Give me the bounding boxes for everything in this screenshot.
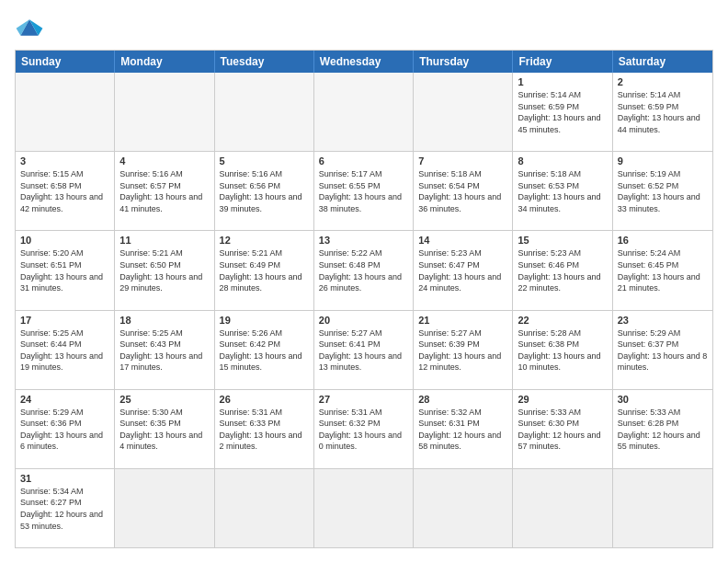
sun-info: Sunrise: 5:31 AM Sunset: 6:32 PM Dayligh… xyxy=(319,407,408,453)
calendar-cell: 16Sunrise: 5:24 AM Sunset: 6:45 PM Dayli… xyxy=(613,231,712,309)
calendar-header-friday: Friday xyxy=(513,51,612,73)
day-number: 23 xyxy=(618,315,708,326)
calendar-cell: 18Sunrise: 5:25 AM Sunset: 6:43 PM Dayli… xyxy=(115,311,214,389)
calendar-cell: 24Sunrise: 5:29 AM Sunset: 6:36 PM Dayli… xyxy=(16,390,115,468)
day-number: 18 xyxy=(119,315,209,326)
sun-info: Sunrise: 5:19 AM Sunset: 6:52 PM Dayligh… xyxy=(618,168,708,214)
sun-info: Sunrise: 5:14 AM Sunset: 6:59 PM Dayligh… xyxy=(518,89,607,135)
day-number: 6 xyxy=(319,155,408,167)
calendar-cell: 15Sunrise: 5:23 AM Sunset: 6:46 PM Dayli… xyxy=(513,231,612,309)
calendar: SundayMondayTuesdayWednesdayThursdayFrid… xyxy=(15,50,713,548)
day-number: 17 xyxy=(20,315,109,326)
day-number: 27 xyxy=(319,394,408,405)
header xyxy=(15,15,713,40)
calendar-body: 1Sunrise: 5:14 AM Sunset: 6:59 PM Daylig… xyxy=(16,73,712,547)
calendar-cell: 20Sunrise: 5:27 AM Sunset: 6:41 PM Dayli… xyxy=(314,311,414,389)
day-number: 21 xyxy=(418,315,507,326)
calendar-header-monday: Monday xyxy=(115,51,214,73)
calendar-cell: 30Sunrise: 5:33 AM Sunset: 6:28 PM Dayli… xyxy=(613,390,712,468)
calendar-cell: 9Sunrise: 5:19 AM Sunset: 6:52 PM Daylig… xyxy=(613,152,712,230)
calendar-cell: 6Sunrise: 5:17 AM Sunset: 6:55 PM Daylig… xyxy=(314,152,414,230)
sun-info: Sunrise: 5:25 AM Sunset: 6:44 PM Dayligh… xyxy=(20,327,109,373)
calendar-week-4: 17Sunrise: 5:25 AM Sunset: 6:44 PM Dayli… xyxy=(16,310,712,389)
day-number: 11 xyxy=(119,235,209,246)
calendar-cell: 29Sunrise: 5:33 AM Sunset: 6:30 PM Dayli… xyxy=(513,390,612,468)
day-number: 31 xyxy=(20,473,109,484)
calendar-cell: 12Sunrise: 5:21 AM Sunset: 6:49 PM Dayli… xyxy=(215,231,314,309)
sun-info: Sunrise: 5:33 AM Sunset: 6:28 PM Dayligh… xyxy=(618,407,708,453)
sun-info: Sunrise: 5:33 AM Sunset: 6:30 PM Dayligh… xyxy=(518,407,607,453)
calendar-cell: 25Sunrise: 5:30 AM Sunset: 6:35 PM Dayli… xyxy=(115,390,214,468)
calendar-cell: 28Sunrise: 5:32 AM Sunset: 6:31 PM Dayli… xyxy=(414,390,513,468)
calendar-cell: 27Sunrise: 5:31 AM Sunset: 6:32 PM Dayli… xyxy=(314,390,414,468)
calendar-cell: 19Sunrise: 5:26 AM Sunset: 6:42 PM Dayli… xyxy=(215,311,314,389)
logo-icon xyxy=(15,15,44,40)
calendar-cell xyxy=(414,469,513,547)
calendar-cell: 22Sunrise: 5:28 AM Sunset: 6:38 PM Dayli… xyxy=(513,311,612,389)
calendar-header-sunday: Sunday xyxy=(16,51,115,73)
sun-info: Sunrise: 5:28 AM Sunset: 6:38 PM Dayligh… xyxy=(518,327,607,373)
day-number: 20 xyxy=(319,315,408,326)
sun-info: Sunrise: 5:18 AM Sunset: 6:53 PM Dayligh… xyxy=(518,168,607,214)
calendar-week-6: 31Sunrise: 5:34 AM Sunset: 6:27 PM Dayli… xyxy=(16,468,712,547)
calendar-cell: 1Sunrise: 5:14 AM Sunset: 6:59 PM Daylig… xyxy=(513,73,612,151)
calendar-cell: 10Sunrise: 5:20 AM Sunset: 6:51 PM Dayli… xyxy=(16,231,115,309)
day-number: 7 xyxy=(418,155,507,167)
day-number: 22 xyxy=(518,315,607,326)
day-number: 29 xyxy=(518,394,607,405)
calendar-cell: 21Sunrise: 5:27 AM Sunset: 6:39 PM Dayli… xyxy=(414,311,513,389)
sun-info: Sunrise: 5:34 AM Sunset: 6:27 PM Dayligh… xyxy=(20,486,109,532)
day-number: 16 xyxy=(618,235,708,246)
sun-info: Sunrise: 5:24 AM Sunset: 6:45 PM Dayligh… xyxy=(618,247,708,293)
calendar-cell xyxy=(115,469,214,547)
calendar-week-1: 1Sunrise: 5:14 AM Sunset: 6:59 PM Daylig… xyxy=(16,73,712,151)
calendar-week-3: 10Sunrise: 5:20 AM Sunset: 6:51 PM Dayli… xyxy=(16,230,712,309)
day-number: 10 xyxy=(20,235,109,246)
sun-info: Sunrise: 5:22 AM Sunset: 6:48 PM Dayligh… xyxy=(319,247,408,293)
calendar-cell: 2Sunrise: 5:14 AM Sunset: 6:59 PM Daylig… xyxy=(613,73,712,151)
sun-info: Sunrise: 5:25 AM Sunset: 6:43 PM Dayligh… xyxy=(119,327,209,373)
calendar-cell xyxy=(115,73,214,151)
day-number: 15 xyxy=(518,235,607,246)
calendar-cell: 4Sunrise: 5:16 AM Sunset: 6:57 PM Daylig… xyxy=(115,152,214,230)
calendar-cell xyxy=(215,73,314,151)
sun-info: Sunrise: 5:16 AM Sunset: 6:56 PM Dayligh… xyxy=(220,168,309,214)
day-number: 19 xyxy=(220,315,309,326)
calendar-cell xyxy=(314,73,414,151)
day-number: 1 xyxy=(518,76,607,87)
day-number: 24 xyxy=(20,394,109,405)
calendar-header: SundayMondayTuesdayWednesdayThursdayFrid… xyxy=(16,51,712,73)
calendar-week-2: 3Sunrise: 5:15 AM Sunset: 6:58 PM Daylig… xyxy=(16,151,712,230)
sun-info: Sunrise: 5:29 AM Sunset: 6:37 PM Dayligh… xyxy=(618,327,708,373)
calendar-cell xyxy=(215,469,314,547)
day-number: 30 xyxy=(618,394,708,405)
calendar-cell: 7Sunrise: 5:18 AM Sunset: 6:54 PM Daylig… xyxy=(414,152,513,230)
calendar-cell xyxy=(513,469,612,547)
day-number: 25 xyxy=(119,394,209,405)
day-number: 26 xyxy=(220,394,309,405)
sun-info: Sunrise: 5:20 AM Sunset: 6:51 PM Dayligh… xyxy=(20,247,109,293)
calendar-cell: 8Sunrise: 5:18 AM Sunset: 6:53 PM Daylig… xyxy=(513,152,612,230)
sun-info: Sunrise: 5:18 AM Sunset: 6:54 PM Dayligh… xyxy=(418,168,507,214)
calendar-cell: 31Sunrise: 5:34 AM Sunset: 6:27 PM Dayli… xyxy=(16,469,115,547)
sun-info: Sunrise: 5:21 AM Sunset: 6:49 PM Dayligh… xyxy=(220,247,309,293)
sun-info: Sunrise: 5:15 AM Sunset: 6:58 PM Dayligh… xyxy=(20,168,109,214)
sun-info: Sunrise: 5:27 AM Sunset: 6:39 PM Dayligh… xyxy=(418,327,507,373)
sun-info: Sunrise: 5:21 AM Sunset: 6:50 PM Dayligh… xyxy=(119,247,209,293)
calendar-cell: 11Sunrise: 5:21 AM Sunset: 6:50 PM Dayli… xyxy=(115,231,214,309)
sun-info: Sunrise: 5:27 AM Sunset: 6:41 PM Dayligh… xyxy=(319,327,408,373)
day-number: 4 xyxy=(119,155,209,167)
sun-info: Sunrise: 5:23 AM Sunset: 6:47 PM Dayligh… xyxy=(418,247,507,293)
day-number: 12 xyxy=(220,235,309,246)
day-number: 5 xyxy=(220,155,309,167)
day-number: 2 xyxy=(618,76,708,87)
calendar-cell xyxy=(414,73,513,151)
calendar-week-5: 24Sunrise: 5:29 AM Sunset: 6:36 PM Dayli… xyxy=(16,389,712,468)
sun-info: Sunrise: 5:26 AM Sunset: 6:42 PM Dayligh… xyxy=(220,327,309,373)
sun-info: Sunrise: 5:31 AM Sunset: 6:33 PM Dayligh… xyxy=(220,407,309,453)
sun-info: Sunrise: 5:29 AM Sunset: 6:36 PM Dayligh… xyxy=(20,407,109,453)
calendar-cell: 26Sunrise: 5:31 AM Sunset: 6:33 PM Dayli… xyxy=(215,390,314,468)
calendar-cell: 3Sunrise: 5:15 AM Sunset: 6:58 PM Daylig… xyxy=(16,152,115,230)
day-number: 13 xyxy=(319,235,408,246)
sun-info: Sunrise: 5:17 AM Sunset: 6:55 PM Dayligh… xyxy=(319,168,408,214)
